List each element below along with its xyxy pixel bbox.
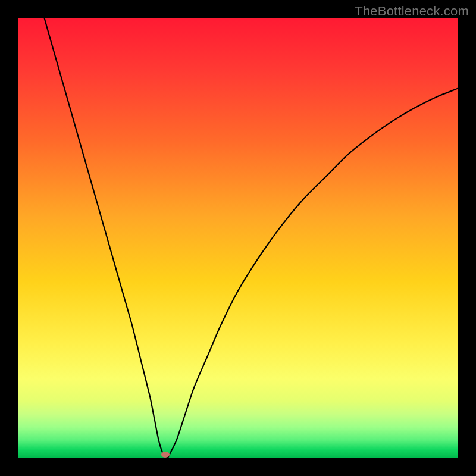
chart-frame: TheBottleneck.com xyxy=(0,0,476,476)
optimal-marker xyxy=(161,452,170,458)
plot-area xyxy=(18,18,458,458)
bottleneck-curve xyxy=(18,18,458,458)
watermark-text: TheBottleneck.com xyxy=(355,4,469,19)
